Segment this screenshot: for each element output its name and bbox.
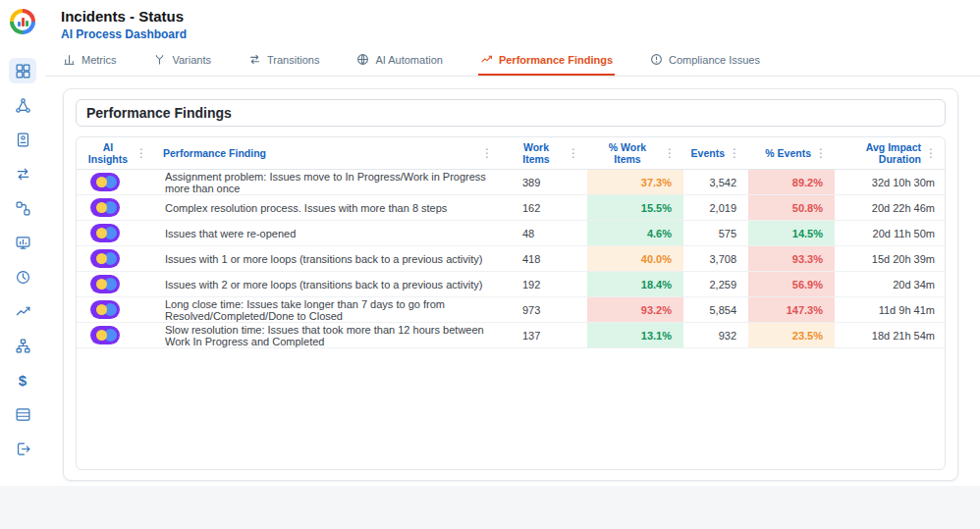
workflow-icon [15, 200, 31, 217]
findings-table: AI Insights⋮ Performance Finding⋮ Work I… [77, 137, 945, 348]
tab-ai-automation[interactable]: AI Automation [354, 45, 445, 76]
table-header-row: AI Insights⋮ Performance Finding⋮ Work I… [77, 137, 945, 170]
tab-metrics[interactable]: Metrics [61, 45, 118, 76]
sidebar-item-time-gauge[interactable] [9, 264, 36, 290]
work-items-value: 192 [501, 272, 587, 297]
sidebar-nav: $ [9, 58, 36, 461]
bar-chart-icon [63, 53, 76, 66]
table-row[interactable]: Issues that were re-opened 48 4.6% 575 1… [77, 221, 945, 246]
pct-work-items-value: 37.3% [587, 170, 683, 195]
finding-text: Issues with 1 or more loops (transitions… [155, 246, 501, 272]
events-value: 3,708 [683, 246, 748, 272]
sidebar-item-charts[interactable] [9, 230, 36, 255]
sidebar-item-roles[interactable] [9, 127, 36, 152]
table-row[interactable]: Long close time: Issues take longer than… [77, 297, 945, 323]
col-ai-insights: AI Insights⋮ [77, 137, 155, 170]
work-items-value: 137 [501, 323, 587, 348]
events-value: 2,259 [683, 272, 748, 297]
ai-insight-badge[interactable] [90, 275, 120, 293]
sidebar-item-hierarchy[interactable] [9, 333, 36, 358]
sidebar-item-workflow[interactable] [9, 195, 36, 221]
sidebar-item-dashboard[interactable] [9, 58, 36, 83]
findings-table-container: AI Insights⋮ Performance Finding⋮ Work I… [76, 136, 946, 470]
fork-icon [153, 53, 166, 66]
logout-icon [15, 441, 31, 457]
ai-insight-badge[interactable] [90, 300, 120, 319]
sidebar-item-comparison[interactable] [9, 161, 36, 186]
page-subtitle: AI Process Dashboard [61, 27, 980, 41]
content-area: Performance Findings AI Insights⋮ Perfor… [45, 77, 980, 486]
process-network-icon [15, 97, 31, 114]
table-row[interactable]: Issues with 2 or more loops (transitions… [77, 272, 945, 297]
events-value: 3,542 [683, 170, 748, 195]
ai-insight-badge[interactable] [90, 224, 120, 242]
ai-insight-badge[interactable] [90, 173, 120, 191]
column-menu-icon[interactable]: ⋮ [664, 147, 676, 159]
work-items-value: 48 [501, 221, 587, 246]
events-value: 2,019 [683, 195, 748, 221]
role-badge-icon [15, 132, 31, 148]
work-items-value: 162 [501, 195, 587, 221]
globe-icon [356, 53, 369, 66]
duration-value: 15d 20h 39m [835, 246, 945, 272]
pct-work-items-value: 4.6% [587, 221, 683, 246]
pct-events-value: 89.2% [748, 170, 835, 195]
col-avg-impact-duration: Avg Impact Duration⋮ [835, 137, 945, 170]
tab-bar: Metrics Variants Transitions AI Automati… [45, 45, 980, 77]
column-menu-icon[interactable]: ⋮ [568, 147, 579, 159]
alert-clock-icon [650, 53, 663, 66]
column-menu-icon[interactable]: ⋮ [729, 147, 740, 159]
sidebar-item-tables[interactable] [9, 401, 36, 427]
hierarchy-tree-icon [15, 338, 31, 354]
page-title: Incidents - Status [61, 8, 980, 25]
tab-transitions[interactable]: Transitions [246, 45, 321, 76]
table-row[interactable]: Assignment problem: Issues move to In Pr… [77, 170, 945, 195]
table-row[interactable]: Complex resolution process. Issues with … [77, 195, 945, 221]
ai-insight-badge[interactable] [90, 249, 120, 268]
trend-line-icon [15, 303, 31, 320]
finding-text: Assignment problem: Issues move to In Pr… [155, 170, 501, 195]
sidebar-item-logout[interactable] [9, 436, 36, 461]
events-value: 575 [683, 221, 748, 246]
table-row[interactable]: Issues with 1 or more loops (transitions… [77, 246, 945, 272]
ai-insight-badge[interactable] [90, 326, 120, 344]
swap-arrows-icon [248, 53, 261, 66]
tab-compliance-issues[interactable]: Compliance Issues [648, 45, 762, 76]
tab-variants[interactable]: Variants [151, 45, 213, 76]
duration-value: 20d 22h 46m [835, 195, 945, 221]
col-work-items: Work Items⋮ [501, 137, 587, 170]
dashboard-grid-icon [15, 63, 31, 79]
sidebar-item-trends[interactable] [9, 298, 36, 324]
finding-text: Slow resolution time: Issues that took m… [155, 323, 501, 348]
duration-value: 20d 11h 50m [835, 221, 945, 246]
findings-card: Performance Findings AI Insights⋮ Perfor… [63, 88, 958, 481]
pct-work-items-value: 13.1% [587, 323, 683, 348]
column-menu-icon[interactable]: ⋮ [136, 147, 147, 159]
duration-value: 20d 34m [835, 272, 945, 297]
column-menu-icon[interactable]: ⋮ [481, 147, 493, 159]
pct-work-items-value: 18.4% [587, 272, 683, 297]
column-menu-icon[interactable]: ⋮ [815, 147, 827, 159]
ai-insight-badge[interactable] [90, 198, 120, 217]
panel-title: Performance Findings [76, 99, 946, 127]
page-header: Incidents - Status AI Process Dashboard [45, 0, 980, 45]
work-items-value: 973 [501, 297, 587, 323]
col-pct-events: % Events⋮ [748, 137, 835, 170]
chart-monitor-icon [15, 235, 31, 251]
sidebar-item-process-model[interactable] [9, 92, 36, 118]
finding-text: Issues that were re-opened [155, 221, 501, 246]
app-logo-icon [10, 9, 35, 34]
sidebar-item-cost[interactable]: $ [9, 367, 36, 393]
table-row[interactable]: Slow resolution time: Issues that took m… [77, 323, 945, 348]
column-menu-icon[interactable]: ⋮ [925, 147, 937, 159]
work-items-value: 389 [501, 170, 587, 195]
col-events: Events⋮ [683, 137, 748, 170]
pct-work-items-value: 93.2% [587, 297, 683, 323]
work-items-value: 418 [501, 246, 587, 272]
app-window: $ Incidents - Status AI Process Dashboar… [0, 0, 980, 529]
sidebar: $ [0, 0, 45, 486]
duration-value: 11d 9h 41m [835, 297, 945, 323]
clock-gauge-icon [15, 269, 31, 286]
tab-performance-findings[interactable]: Performance Findings [478, 45, 615, 76]
pct-events-value: 147.3% [748, 297, 835, 323]
